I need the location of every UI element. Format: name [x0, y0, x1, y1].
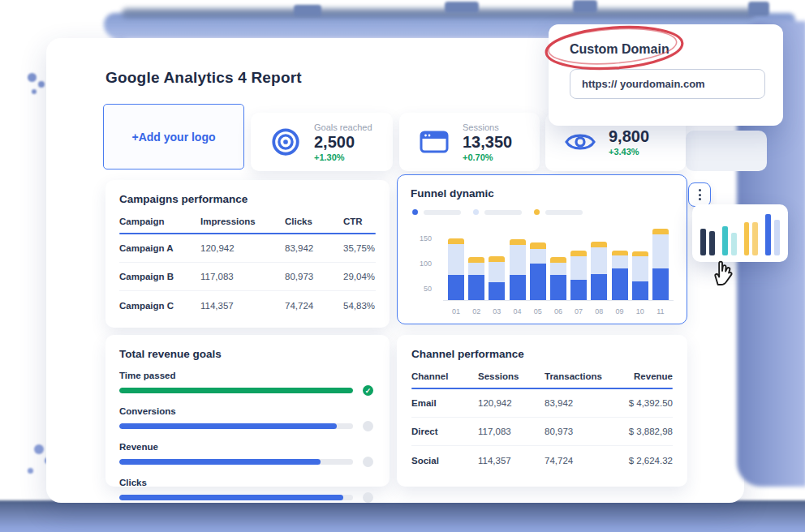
kpi-value: 2,500: [314, 134, 372, 151]
funnel-legend: [412, 209, 677, 215]
legend-item: [534, 209, 583, 215]
custom-domain-card: Custom Domain: [549, 24, 783, 126]
mini-bar: [774, 220, 780, 255]
table-row: Email 120,942 83,942 $ 4,392.50: [411, 389, 673, 418]
hand-cursor-icon: [709, 256, 735, 290]
legend-dot-icon: [534, 209, 540, 215]
kpi-delta: +3.43%: [609, 147, 649, 157]
screenshot-stage: Google Analytics 4 Report +Add your logo…: [0, 0, 805, 532]
mini-chart-card[interactable]: [692, 204, 788, 262]
decor-dot: [28, 468, 33, 474]
table-row: Direct 117,083 80,973 $ 3,882,98: [411, 418, 673, 446]
campaigns-performance-card: Campaigns performance Campaign Impressio…: [105, 180, 390, 328]
goal-item: Clicks: [119, 478, 376, 503]
x-tick-label: 04: [510, 307, 526, 315]
channel-performance-card: Channel performance Channel Sessions Tra…: [397, 335, 687, 487]
x-tick-label: 07: [570, 307, 587, 315]
goal-item: Time passed ✓: [119, 371, 376, 396]
decor-dot: [28, 73, 37, 82]
campaigns-header-row: Campaign Impressions Clicks CTR: [119, 217, 376, 233]
funnel-bar: [489, 256, 505, 300]
funnel-plot: [443, 223, 674, 301]
add-logo-button[interactable]: +Add your logo: [103, 104, 244, 169]
goal-pending-icon: [363, 457, 373, 467]
legend-placeholder-pill: [545, 210, 583, 215]
col-header: Channel: [411, 371, 478, 388]
funnel-bar: [550, 257, 566, 300]
mini-bar: [700, 229, 706, 255]
goal-item: Revenue: [119, 442, 376, 467]
decor-top-band-edge: [122, 8, 755, 18]
funnel-dynamic-card[interactable]: Funnel dynamic 50100150 0102030405060708…: [397, 174, 687, 324]
kpi-value: 13,350: [463, 134, 512, 151]
x-tick-label: 05: [530, 307, 546, 315]
channels-table: Channel Sessions Transactions Revenue Em…: [411, 371, 673, 474]
more-options-button[interactable]: [688, 182, 711, 207]
campaigns-title: Campaigns performance: [119, 193, 376, 205]
browser-icon: [417, 130, 451, 154]
mini-bar: [752, 222, 758, 255]
table-row: Campaign C 114,357 74,724 54,83%: [119, 291, 376, 320]
decor-dot: [34, 444, 44, 454]
channels-header-row: Channel Sessions Transactions Revenue: [411, 371, 673, 388]
decor-dot: [32, 89, 37, 94]
y-tick-label: 50: [424, 285, 432, 293]
col-header: Revenue: [624, 371, 673, 388]
funnel-bar: [591, 242, 607, 300]
col-header: Campaign: [119, 217, 200, 233]
mini-bar: [722, 226, 728, 255]
mini-bar: [765, 214, 771, 255]
goal-pending-icon: [363, 492, 373, 503]
table-row: Campaign A 120,942 83,942 35,75%: [119, 234, 376, 263]
kebab-icon: [699, 189, 701, 191]
x-tick-label: 06: [550, 307, 566, 315]
x-tick-label: 01: [448, 307, 464, 315]
funnel-bar: [632, 251, 648, 300]
funnel-bar: [652, 229, 669, 300]
domain-input[interactable]: [570, 69, 765, 99]
decor-dot: [38, 81, 45, 88]
mini-bar: [744, 222, 750, 255]
legend-dot-icon: [412, 209, 418, 215]
x-tick-label: 10: [632, 307, 648, 315]
legend-item: [412, 209, 461, 215]
add-logo-label: +Add your logo: [131, 131, 215, 144]
goal-pending-icon: [363, 421, 373, 431]
funnel-bar: [448, 238, 464, 300]
col-header: Clicks: [285, 217, 343, 233]
x-tick-label: 02: [468, 307, 484, 315]
target-icon: [269, 127, 303, 157]
kpi-value: 9,800: [609, 128, 649, 145]
campaigns-table: Campaign Impressions Clicks CTR Campaign…: [119, 217, 376, 320]
decor-bump: [294, 5, 321, 16]
total-revenue-goals-card: Total revenue goals Time passed ✓ Conver…: [105, 335, 390, 487]
legend-placeholder-pill: [484, 210, 522, 215]
goals-title: Total revenue goals: [119, 348, 376, 360]
x-tick-label: 08: [591, 307, 607, 315]
funnel-bar: [510, 239, 526, 300]
kpi-delta: +1.30%: [314, 152, 372, 162]
kpi-label: Goals reached: [314, 122, 372, 132]
partial-card: [686, 131, 767, 171]
funnel-chart: 50100150 0102030405060708091011: [411, 223, 677, 319]
mini-bar: [731, 233, 737, 255]
y-tick-label: 100: [420, 260, 432, 268]
mini-bar: [709, 231, 715, 255]
funnel-bar: [570, 251, 587, 300]
legend-placeholder-pill: [424, 210, 461, 215]
table-row: Social 114,357 74,724 $ 2,624.32: [411, 446, 673, 474]
y-axis-ticks: 50100150: [411, 223, 435, 301]
decor-bump: [748, 2, 769, 16]
custom-domain-title: Custom Domain: [570, 42, 764, 57]
funnel-bar: [612, 251, 628, 300]
kpi-card-sessions: Sessions 13,350 +0.70%: [399, 113, 540, 171]
channels-title: Channel performance: [411, 348, 673, 360]
decor-bottom-band: [0, 500, 805, 532]
col-header: CTR: [343, 217, 376, 233]
page-title: Google Analytics 4 Report: [105, 69, 302, 87]
x-tick-label: 09: [612, 307, 628, 315]
decor-bump: [573, 0, 597, 13]
decor-bump: [445, 2, 479, 13]
kpi-label: Sessions: [463, 122, 512, 132]
kpi-delta: +0.70%: [463, 152, 512, 162]
